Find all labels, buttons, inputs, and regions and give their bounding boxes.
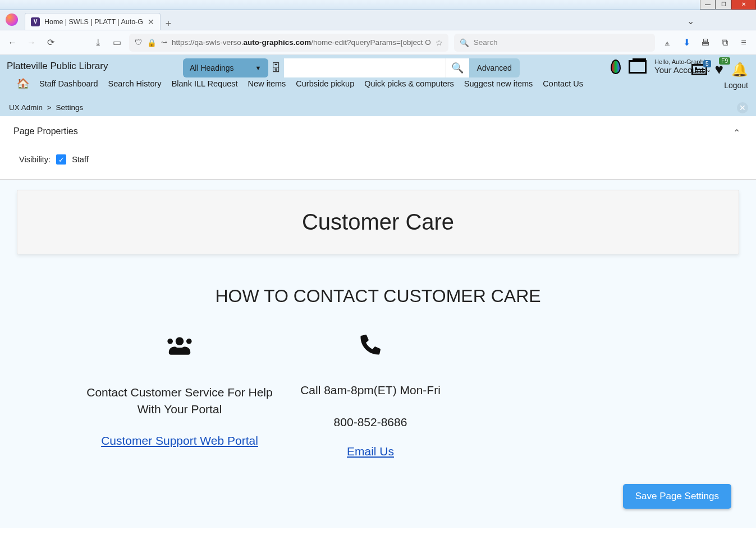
- os-maximize-button[interactable]: ☐: [716, 0, 731, 10]
- contact-column-phone: Call 8am-8pm(ET) Mon-Fri 800-852-8686 Em…: [275, 334, 466, 458]
- breadcrumb: UX Admin > Settings ✕: [0, 99, 756, 116]
- nav-contact[interactable]: Contact Us: [543, 79, 583, 88]
- nav-new-items[interactable]: New items: [248, 79, 286, 88]
- save-pocket-icon[interactable]: ⟁: [661, 38, 674, 48]
- hero-title: Customer Care: [17, 209, 739, 235]
- extensions-icon[interactable]: ⧉: [718, 38, 731, 48]
- crumb-ux-admin[interactable]: UX Admin: [9, 103, 43, 112]
- pocket-save-icon[interactable]: ⤓: [91, 37, 104, 48]
- tab-close-icon[interactable]: ✕: [148, 17, 154, 26]
- balloon-icon[interactable]: [611, 60, 621, 74]
- favorites-badge: F9: [719, 57, 730, 65]
- new-tab-button[interactable]: +: [161, 18, 176, 30]
- print-icon[interactable]: 🖶: [699, 38, 712, 48]
- nav-quick-picks[interactable]: Quick picks & computers: [364, 79, 454, 88]
- downloads-icon[interactable]: ⬇: [680, 37, 693, 48]
- search-submit-button[interactable]: 🔍: [446, 58, 469, 77]
- lock-icon: 🔒: [147, 38, 157, 47]
- database-icon[interactable]: 🗄: [268, 62, 284, 74]
- app-header: Platteville Public Library All Headings …: [0, 55, 756, 99]
- save-page-settings-button[interactable]: Save Page Settings: [623, 484, 731, 509]
- nav-staff-dashboard[interactable]: Staff Dashboard: [39, 79, 98, 88]
- logout-link[interactable]: Logout: [724, 81, 748, 90]
- crumb-settings[interactable]: Settings: [56, 103, 83, 112]
- notifications-icon[interactable]: 🔔: [731, 62, 748, 77]
- nav-back-icon[interactable]: ←: [6, 38, 19, 48]
- panel-collapse-icon[interactable]: ⌃: [733, 127, 740, 138]
- nav-blank-ill[interactable]: Blank ILL Request: [172, 79, 238, 88]
- customer-support-portal-link[interactable]: Customer Support Web Portal: [84, 434, 275, 448]
- permissions-icon: ⊶: [161, 39, 167, 46]
- tab-title: Home | SWLS | PLATT | Auto-G: [44, 18, 143, 26]
- visibility-label: Visibility:: [19, 155, 51, 164]
- home-icon[interactable]: 🏠: [17, 77, 29, 90]
- page-properties-title: Page Properties: [13, 126, 743, 136]
- nav-curbside[interactable]: Curbside pickup: [296, 79, 354, 88]
- browser-search-box[interactable]: 🔍 Search: [454, 34, 655, 52]
- nav-suggest[interactable]: Suggest new items: [464, 79, 533, 88]
- tab-favicon-icon: V: [31, 17, 40, 26]
- browser-toolbar: ← → ⟳ ⤓ ▭ 🛡 🔒 ⊶ https://qa-swls-verso.au…: [0, 30, 756, 55]
- nav-reload-icon[interactable]: ⟳: [44, 37, 57, 48]
- page-content: Customer Care HOW TO CONTACT CUSTOMER CA…: [0, 180, 756, 528]
- browser-tabstrip: V Home | SWLS | PLATT | Auto-G ✕ + ⌄: [0, 10, 756, 30]
- page-properties-panel: Page Properties ⌃ Visibility: ✓ Staff: [0, 116, 756, 180]
- phone-icon: [275, 334, 466, 360]
- favorites-icon[interactable]: ♥ F9: [715, 61, 723, 78]
- phone-number: 800-852-8686: [275, 416, 466, 429]
- hero-banner: Customer Care: [17, 190, 739, 254]
- library-card-icon[interactable]: 5: [691, 64, 707, 75]
- search-scope-dropdown[interactable]: All Headings ▼: [183, 58, 268, 77]
- advanced-search-button[interactable]: Advanced: [469, 58, 520, 77]
- users-icon: [84, 334, 275, 363]
- breadcrumb-close-icon[interactable]: ✕: [737, 102, 748, 113]
- nav-forward-icon: →: [25, 38, 38, 48]
- os-minimize-button[interactable]: —: [700, 0, 716, 10]
- firefox-logo-icon: [6, 13, 18, 26]
- magnifier-icon: 🔍: [451, 62, 464, 74]
- clipboard-icon[interactable]: ▭: [110, 37, 123, 48]
- section-heading: HOW TO CONTACT CUSTOMER CARE: [17, 286, 739, 307]
- shield-icon: 🛡: [135, 38, 143, 47]
- app-menu-icon[interactable]: ≡: [737, 38, 750, 48]
- catalog-search-input[interactable]: [284, 58, 446, 77]
- card-badge: 5: [703, 60, 711, 67]
- os-close-button[interactable]: ✕: [731, 0, 756, 10]
- url-text: https://qa-swls-verso.auto-graphics.com/…: [172, 38, 431, 47]
- url-bar[interactable]: 🛡 🔒 ⊶ https://qa-swls-verso.auto-graphic…: [129, 34, 448, 52]
- email-us-link[interactable]: Email Us: [275, 445, 466, 458]
- visibility-staff-checkbox[interactable]: ✓: [56, 154, 66, 165]
- search-icon: 🔍: [460, 38, 469, 47]
- portal-help-text: Contact Customer Service For Help With Y…: [84, 384, 275, 418]
- nav-search-history[interactable]: Search History: [108, 79, 162, 88]
- call-hours-text: Call 8am-8pm(ET) Mon-Fri: [275, 382, 466, 399]
- search-placeholder: Search: [474, 38, 498, 47]
- bookmark-star-icon[interactable]: ☆: [436, 38, 443, 47]
- camera-icon[interactable]: [629, 60, 647, 74]
- dropdown-label: All Headings: [190, 63, 234, 72]
- browser-tab[interactable]: V Home | SWLS | PLATT | Auto-G ✕: [25, 13, 161, 30]
- visibility-staff-label: Staff: [72, 155, 89, 164]
- chevron-down-icon: ▼: [255, 65, 262, 71]
- contact-column-portal: Contact Customer Service For Help With Y…: [84, 334, 275, 458]
- tabs-dropdown-icon[interactable]: ⌄: [687, 16, 694, 26]
- os-titlebar: — ☐ ✕: [0, 0, 756, 10]
